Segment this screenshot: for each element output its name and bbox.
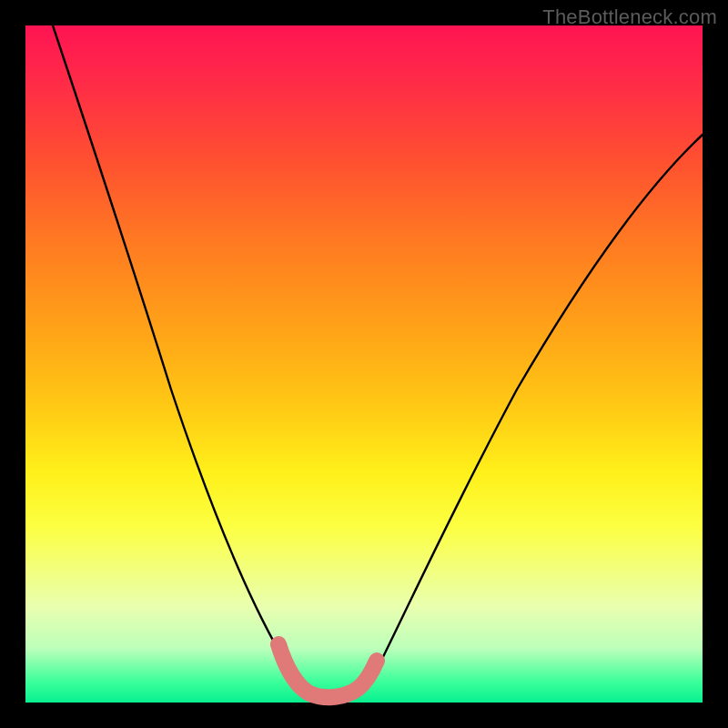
bottleneck-curve bbox=[53, 25, 703, 697]
watermark-text: TheBottleneck.com bbox=[542, 5, 717, 29]
optimal-range-marker bbox=[278, 644, 377, 697]
chart-stage: TheBottleneck.com bbox=[0, 0, 728, 728]
curve-layer bbox=[25, 25, 703, 703]
plot-area bbox=[25, 25, 703, 703]
